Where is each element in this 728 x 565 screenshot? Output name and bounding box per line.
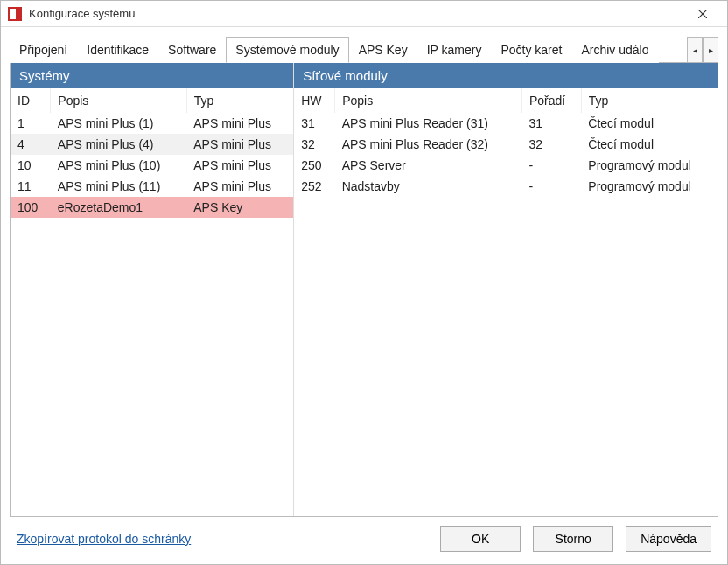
tab-identifikace[interactable]: Identifikace xyxy=(77,37,158,63)
footer: Zkopírovat protokol do schránky OK Storn… xyxy=(10,517,718,552)
table-row[interactable]: 11APS mini Plus (11)APS mini Plus xyxy=(10,176,293,197)
help-button[interactable]: Nápověda xyxy=(626,526,711,552)
cell-popis: APS mini Plus Reader (32) xyxy=(335,134,522,155)
cell-popis: APS mini Plus (10) xyxy=(51,155,186,176)
cell-typ: Čtecí modul xyxy=(581,113,718,134)
cell-poradi: 31 xyxy=(522,113,581,134)
window-title: Konfigurace systému xyxy=(29,7,685,20)
content: Připojení Identifikace Software Systémov… xyxy=(1,27,727,564)
cell-id: 10 xyxy=(10,155,51,176)
cell-hw: 31 xyxy=(294,113,334,134)
cell-hw: 32 xyxy=(294,134,334,155)
table-row[interactable]: 1APS mini Plus (1)APS mini Plus xyxy=(10,113,293,134)
tab-pocty-karet[interactable]: Počty karet xyxy=(491,37,571,63)
netmodules-col-typ[interactable]: Typ xyxy=(581,88,718,113)
netmodules-table: HW Popis Pořadí Typ 31APS mini Plus Read… xyxy=(294,88,718,197)
cell-typ: APS mini Plus xyxy=(186,155,293,176)
cell-popis: APS Server xyxy=(335,155,522,176)
cell-id: 1 xyxy=(10,113,51,134)
netmodules-col-poradi[interactable]: Pořadí xyxy=(522,88,581,113)
cell-typ: Programový modul xyxy=(581,155,718,176)
tab-systemove-moduly[interactable]: Systémové moduly xyxy=(226,37,348,63)
systems-panel: Systémy ID Popis Typ 1APS mini Plus (1)A… xyxy=(10,63,293,516)
cell-typ: Programový modul xyxy=(581,176,718,197)
table-row[interactable]: 32APS mini Plus Reader (32)32Čtecí modul xyxy=(294,134,718,155)
cell-popis: APS mini Plus (11) xyxy=(51,176,186,197)
tab-software[interactable]: Software xyxy=(158,37,226,63)
cell-poradi: 32 xyxy=(522,134,581,155)
tabstrip: Připojení Identifikace Software Systémov… xyxy=(10,36,718,63)
netmodules-panel-body: HW Popis Pořadí Typ 31APS mini Plus Read… xyxy=(294,88,718,516)
systems-panel-body: ID Popis Typ 1APS mini Plus (1)APS mini … xyxy=(10,88,293,516)
systems-col-popis[interactable]: Popis xyxy=(51,88,186,113)
netmodules-panel-title: Síťové moduly xyxy=(294,63,718,88)
tab-aps-key[interactable]: APS Key xyxy=(349,37,417,63)
cell-id: 100 xyxy=(10,197,51,218)
tab-pripojeni[interactable]: Připojení xyxy=(10,37,77,63)
close-button[interactable] xyxy=(685,2,720,26)
netmodules-panel: Síťové moduly HW Popis Pořadí Typ 31APS … xyxy=(293,63,718,516)
cell-typ: APS mini Plus xyxy=(186,134,293,155)
table-row[interactable]: 252Nadstavby-Programový modul xyxy=(294,176,718,197)
cell-typ: APS mini Plus xyxy=(186,113,293,134)
window: Konfigurace systému Připojení Identifika… xyxy=(0,0,728,565)
cell-id: 4 xyxy=(10,134,51,155)
cell-typ: APS Key xyxy=(186,197,293,218)
systems-panel-title: Systémy xyxy=(10,63,293,88)
panels: Systémy ID Popis Typ 1APS mini Plus (1)A… xyxy=(10,63,718,517)
tab-scroll: ◂ ▸ xyxy=(687,36,718,62)
table-row[interactable]: 100eRozetaDemo1APS Key xyxy=(10,197,293,218)
table-row[interactable]: 31APS mini Plus Reader (31)31Čtecí modul xyxy=(294,113,718,134)
netmodules-col-popis[interactable]: Popis xyxy=(335,88,522,113)
cell-poradi: - xyxy=(522,176,581,197)
tab-archiv-udalosti[interactable]: Archiv událo xyxy=(571,37,658,63)
cell-typ: APS mini Plus xyxy=(186,176,293,197)
systems-table: ID Popis Typ 1APS mini Plus (1)APS mini … xyxy=(10,88,293,218)
cell-id: 11 xyxy=(10,176,51,197)
cell-popis: Nadstavby xyxy=(335,176,522,197)
cell-popis: APS mini Plus Reader (31) xyxy=(335,113,522,134)
cell-typ: Čtecí modul xyxy=(581,134,718,155)
cell-popis: APS mini Plus (1) xyxy=(51,113,186,134)
cell-hw: 250 xyxy=(294,155,334,176)
tab-scroll-right[interactable]: ▸ xyxy=(703,37,718,63)
systems-col-id[interactable]: ID xyxy=(10,88,51,113)
app-icon xyxy=(8,7,22,21)
cell-popis: eRozetaDemo1 xyxy=(51,197,186,218)
systems-col-typ[interactable]: Typ xyxy=(186,88,293,113)
cell-hw: 252 xyxy=(294,176,334,197)
cancel-button[interactable]: Storno xyxy=(533,526,613,552)
table-row[interactable]: 4APS mini Plus (4)APS mini Plus xyxy=(10,134,293,155)
tab-scroll-left[interactable]: ◂ xyxy=(687,37,703,63)
titlebar: Konfigurace systému xyxy=(1,1,727,27)
table-row[interactable]: 250APS Server-Programový modul xyxy=(294,155,718,176)
cell-poradi: - xyxy=(522,155,581,176)
ok-button[interactable]: OK xyxy=(440,526,521,552)
table-row[interactable]: 10APS mini Plus (10)APS mini Plus xyxy=(10,155,293,176)
copy-protocol-link[interactable]: Zkopírovat protokol do schránky xyxy=(17,532,428,546)
tab-ip-kamery[interactable]: IP kamery xyxy=(417,37,492,63)
svg-rect-1 xyxy=(10,9,16,19)
cell-popis: APS mini Plus (4) xyxy=(51,134,186,155)
netmodules-col-hw[interactable]: HW xyxy=(294,88,334,113)
